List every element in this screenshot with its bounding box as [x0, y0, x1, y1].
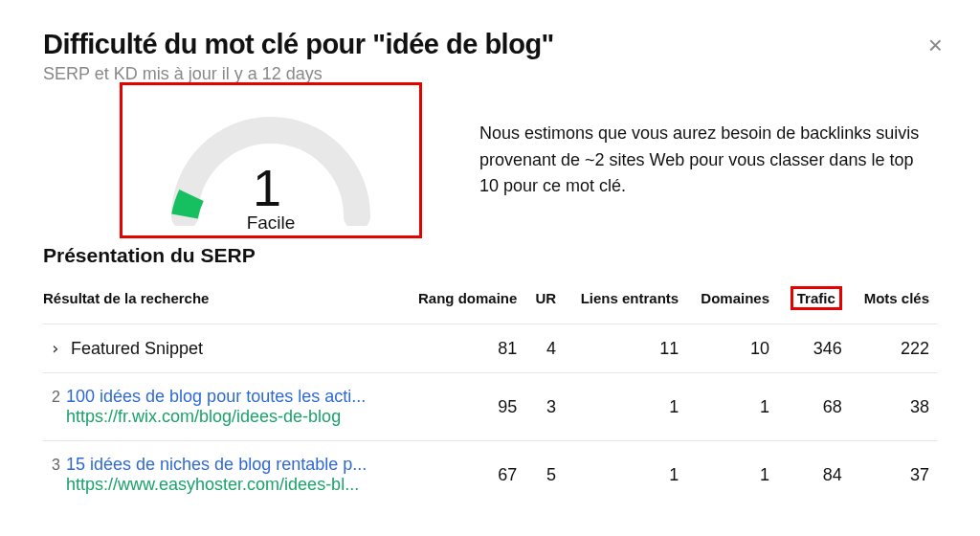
result-cell: 2100 idées de blog pour toutes les acti.…	[43, 373, 401, 441]
serp-heading: Présentation du SERP	[43, 244, 937, 267]
cell-backlinks: 11	[564, 324, 686, 373]
result-cell: › Featured Snippet	[43, 324, 401, 373]
result-title-link[interactable]: 15 idées de niches de blog rentable p...	[66, 455, 367, 474]
col-ur: UR	[524, 282, 564, 324]
result-url-link[interactable]: https://fr.wix.com/blog/idees-de-blog	[66, 407, 341, 426]
cell-backlinks: 1	[564, 373, 686, 441]
result-cell: 315 idées de niches de blog rentable p..…	[43, 441, 401, 509]
cell-domains: 10	[686, 324, 777, 373]
cell-keywords: 37	[850, 441, 937, 509]
difficulty-label: Facile	[161, 212, 381, 234]
traffic-highlight: Trafic	[791, 286, 842, 310]
cell-ur: 3	[524, 373, 564, 441]
update-subtitle: SERP et KD mis à jour il y a 12 days	[43, 64, 937, 84]
table-row[interactable]: 2100 idées de blog pour toutes les acti.…	[43, 373, 937, 441]
col-traffic: Trafic	[777, 282, 850, 324]
cell-ur: 5	[524, 441, 564, 509]
cell-keywords: 222	[850, 324, 937, 373]
rank-number: 2	[43, 389, 60, 406]
difficulty-gauge: 1 Facile	[161, 87, 381, 235]
cell-traffic: 346	[777, 324, 850, 373]
expand-chevron-icon[interactable]: ›	[43, 338, 60, 358]
backlink-estimate-text: Nous estimons que vous aurez besoin de b…	[479, 121, 937, 201]
col-dr: Rang domaine	[401, 282, 524, 324]
cell-backlinks: 1	[564, 441, 686, 509]
difficulty-value: 1	[161, 162, 373, 213]
result-url-link[interactable]: https://www.easyhoster.com/idees-bl...	[66, 475, 359, 494]
col-keywords: Mots clés	[850, 282, 937, 324]
table-row[interactable]: › Featured Snippet8141110346222	[43, 324, 937, 373]
cell-domains: 1	[686, 373, 777, 441]
close-button[interactable]: ×	[928, 33, 943, 57]
cell-dr: 67	[401, 441, 524, 509]
serp-table: Résultat de la recherche Rang domaine UR…	[43, 282, 937, 508]
table-row[interactable]: 315 idées de niches de blog rentable p..…	[43, 441, 937, 509]
cell-traffic: 84	[777, 441, 850, 509]
cell-dr: 95	[401, 373, 524, 441]
result-title-plain: Featured Snippet	[66, 339, 203, 358]
result-title-link[interactable]: 100 idées de blog pour toutes les acti..…	[66, 387, 366, 406]
rank-number: 3	[43, 457, 60, 474]
cell-traffic: 68	[777, 373, 850, 441]
col-backlinks: Liens entrants	[564, 282, 686, 324]
difficulty-gauge-highlight: 1 Facile	[120, 82, 422, 238]
cell-dr: 81	[401, 324, 524, 373]
cell-keywords: 38	[850, 373, 937, 441]
col-domains: Domaines	[686, 282, 777, 324]
page-title: Difficulté du mot clé pour "idée de blog…	[43, 29, 937, 60]
cell-ur: 4	[524, 324, 564, 373]
cell-domains: 1	[686, 441, 777, 509]
col-result: Résultat de la recherche	[43, 282, 401, 324]
